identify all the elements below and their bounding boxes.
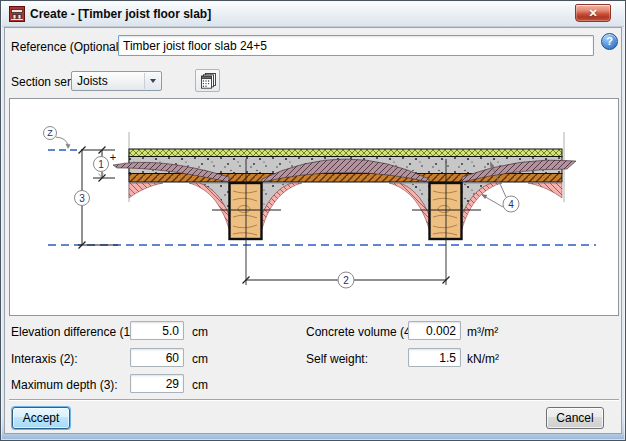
cancel-button[interactable]: Cancel <box>546 407 604 429</box>
section-series-value: Joists <box>77 74 108 88</box>
screed-layer <box>129 149 562 157</box>
help-icon: ? <box>606 35 613 47</box>
plus-sign: + <box>110 151 116 163</box>
svg-text:3: 3 <box>79 193 85 204</box>
infill-strips <box>129 183 562 229</box>
elevation-difference-label: Elevation difference (1): <box>11 325 138 339</box>
titlebar: Create - [Timber joist floor slab] ✕ <box>2 2 624 27</box>
elevation-difference-unit: cm <box>192 325 208 339</box>
accept-button[interactable]: Accept <box>12 407 70 429</box>
interaxis-unit: cm <box>192 352 208 366</box>
concrete-volume-unit: m³/m² <box>467 325 498 339</box>
concrete-volume-input[interactable] <box>408 321 461 340</box>
reference-input[interactable] <box>118 35 594 56</box>
section-sheets-icon <box>198 72 217 90</box>
close-icon: ✕ <box>588 7 597 19</box>
maximum-depth-unit: cm <box>192 378 208 392</box>
close-button[interactable]: ✕ <box>575 4 611 22</box>
footer-separator <box>9 399 619 401</box>
svg-text:Z: Z <box>47 128 53 138</box>
self-weight-label: Self weight: <box>306 352 368 366</box>
self-weight-unit: kN/m² <box>467 352 499 366</box>
window-title: Create - [Timber joist floor slab] <box>30 7 211 21</box>
help-button[interactable]: ? <box>601 33 618 50</box>
maximum-depth-label: Maximum depth (3): <box>11 378 118 392</box>
app-icon <box>9 6 25 22</box>
svg-text:2: 2 <box>343 275 349 286</box>
marker-3: 3 <box>75 191 90 206</box>
svg-text:4: 4 <box>508 199 514 210</box>
self-weight-input[interactable] <box>408 348 461 367</box>
chevron-down-icon <box>150 79 156 83</box>
marker-1: 1 + <box>94 151 117 177</box>
marker-2: 2 <box>338 272 354 288</box>
interaxis-label: Interaxis (2): <box>11 352 78 366</box>
reference-label: Reference (Optional) <box>11 40 122 54</box>
section-series-select[interactable]: Joists <box>71 71 162 91</box>
maximum-depth-input[interactable] <box>130 374 184 393</box>
section-drawing-panel: Z 1 + 3 2 <box>9 98 619 316</box>
manage-series-button[interactable] <box>195 69 220 92</box>
combo-arrow-zone[interactable] <box>144 73 160 89</box>
concrete-volume-label: Concrete volume (4): <box>306 325 418 339</box>
interaxis-input[interactable] <box>130 348 184 367</box>
create-dialog: Create - [Timber joist floor slab] ✕ Ref… <box>0 0 626 441</box>
z-datum-marker: Z <box>44 127 71 150</box>
elevation-difference-input[interactable] <box>130 321 184 340</box>
floor-slab-drawing: Z 1 + 3 2 <box>10 99 618 315</box>
svg-text:1: 1 <box>98 159 104 170</box>
